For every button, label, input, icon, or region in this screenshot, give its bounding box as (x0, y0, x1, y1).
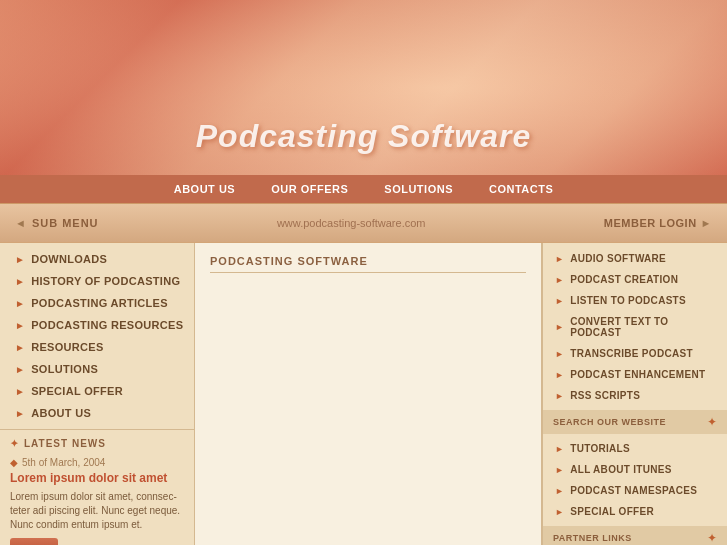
nav-about-us[interactable]: ABOUT US (156, 175, 253, 203)
arrow-icon: ► (15, 408, 25, 419)
website-url: www.podcasting-software.com (277, 217, 426, 229)
star-icon: ✦ (10, 438, 19, 449)
right-item-podcast-creation[interactable]: ► PODCAST CREATION (543, 269, 727, 290)
sub-menu-label[interactable]: ◄ SUB MENU (15, 217, 99, 229)
partner-links-label: PARTNER LINKS (553, 533, 632, 543)
nav-solutions[interactable]: SOLUTIONS (366, 175, 471, 203)
sidebar-item-about-us[interactable]: ► ABOUT US (0, 402, 194, 424)
sidebar-item-history[interactable]: ► HISTORY OF PODCASTING (0, 270, 194, 292)
subheader: ◄ SUB MENU www.podcasting-software.com M… (0, 203, 727, 243)
site-title: Podcasting Software (196, 118, 532, 155)
arrow-icon: ► (555, 296, 564, 306)
search-icon[interactable]: ✦ (707, 415, 717, 429)
right-item-special-offer[interactable]: ► SPECIAL OFFER (543, 501, 727, 522)
right-item-listen-to-podcasts[interactable]: ► LISTEN TO PODCASTS (543, 290, 727, 311)
arrow-icon: ► (555, 322, 564, 332)
arrow-icon: ► (15, 364, 25, 375)
member-login-button[interactable]: MEMBER LOGIN ► (604, 217, 712, 229)
arrow-icon: ► (555, 370, 564, 380)
right-item-transcribe[interactable]: ► TRANSCRIBE PODCAST (543, 343, 727, 364)
arrow-icon: ► (15, 342, 25, 353)
arrow-icon: ► (15, 276, 25, 287)
right-item-audio-software[interactable]: ► AUDIO SOFTWARE (543, 248, 727, 269)
arrow-icon: ► (15, 254, 25, 265)
right-item-rss-scripts[interactable]: ► RSS SCRIPTS (543, 385, 727, 406)
latest-news-section: ✦ LATEST NEWS ◆ 5th of March, 2004 Lorem… (0, 429, 194, 545)
sidebar-item-articles[interactable]: ► PODCASTING ARTICLES (0, 292, 194, 314)
right-item-tutorials[interactable]: ► TUTORIALS (543, 438, 727, 459)
center-content: PODCASTING SOFTWARE (195, 243, 542, 545)
arrow-icon: ► (555, 444, 564, 454)
latest-news-title: ✦ LATEST NEWS (10, 438, 184, 449)
right-item-convert-text[interactable]: ► CONVERT TEXT TO PODCAST (543, 311, 727, 343)
arrow-icon: ► (555, 275, 564, 285)
sidebar-item-downloads[interactable]: ► DOWNLOADS (0, 248, 194, 270)
search-bar[interactable]: SEARCH OUR WEBSITE ✦ (543, 410, 727, 434)
right-item-itunes[interactable]: ► ALL ABOUT ITUNES (543, 459, 727, 480)
arrow-icon: ► (555, 349, 564, 359)
arrow-icon: ► (555, 254, 564, 264)
right-item-enhancement[interactable]: ► PODCAST ENHANCEMENT (543, 364, 727, 385)
arrow-icon: ► (555, 391, 564, 401)
diamond-icon: ◆ (10, 457, 18, 468)
navbar: ABOUT US OUR OFFERS SOLUTIONS CONTACTS (0, 175, 727, 203)
right-item-namespaces[interactable]: ► PODCAST NAMESPACES (543, 480, 727, 501)
nav-our-offers[interactable]: OUR OFFERS (253, 175, 366, 203)
right-arrow-icon: ► (701, 217, 712, 229)
news-title[interactable]: Lorem ipsum dolor sit amet (10, 471, 184, 487)
arrow-icon: ► (555, 465, 564, 475)
arrow-icon: ► (555, 486, 564, 496)
partner-arrow-icon: ✦ (707, 531, 717, 545)
sidebar-item-resources-podcasting[interactable]: ► PODCASTING RESOURCES (0, 314, 194, 336)
news-date: ◆ 5th of March, 2004 (10, 457, 184, 468)
main-content: ► DOWNLOADS ► HISTORY OF PODCASTING ► PO… (0, 243, 727, 545)
left-sidebar: ► DOWNLOADS ► HISTORY OF PODCASTING ► PO… (0, 243, 195, 545)
nav-contacts[interactable]: CONTACTS (471, 175, 571, 203)
sidebar-item-resources[interactable]: ► RESOURCES (0, 336, 194, 358)
left-arrow-icon: ◄ (15, 217, 27, 229)
arrow-icon: ► (15, 320, 25, 331)
arrow-icon: ► (15, 298, 25, 309)
right-sidebar: ► AUDIO SOFTWARE ► PODCAST CREATION ► LI… (542, 243, 727, 545)
partner-links-bar[interactable]: PARTNER LINKS ✦ (543, 526, 727, 545)
content-title: PODCASTING SOFTWARE (210, 255, 526, 273)
header: Podcasting Software (0, 0, 727, 175)
news-excerpt: Lorem ipsum dolor sit amet, connsec-tete… (10, 490, 184, 532)
search-label: SEARCH OUR WEBSITE (553, 417, 666, 427)
more-button[interactable]: more (10, 538, 58, 545)
arrow-icon: ► (15, 386, 25, 397)
arrow-icon: ► (555, 507, 564, 517)
sidebar-item-solutions[interactable]: ► SOLUTIONS (0, 358, 194, 380)
sidebar-item-special-offer[interactable]: ► SPECIAL OFFER (0, 380, 194, 402)
